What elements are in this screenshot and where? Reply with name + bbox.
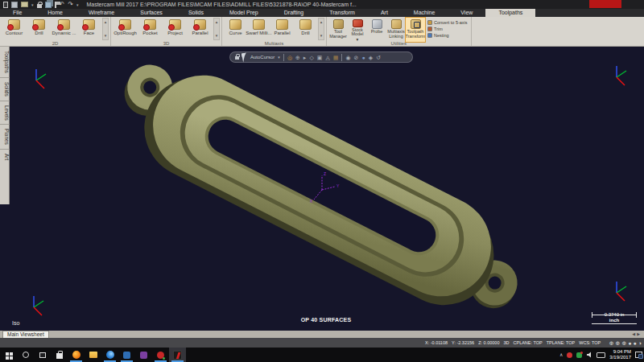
tab-wireframe[interactable]: Wireframe: [76, 9, 127, 17]
file-explorer-button[interactable]: [85, 348, 101, 362]
action-center-icon[interactable]: [635, 352, 642, 358]
viewsheet-right-icon[interactable]: ▶: [637, 331, 642, 336]
scroll-down-icon[interactable]: ▾: [105, 34, 107, 38]
unlock-icon[interactable]: [235, 56, 239, 60]
multiaxis-linking-button[interactable]: Multiaxis Linking: [386, 18, 406, 42]
blue-app-button[interactable]: [118, 348, 135, 362]
display-toggle-icon[interactable]: ●: [628, 340, 631, 346]
gnomon-toggle-icon[interactable]: ⊕: [621, 340, 626, 346]
tray-green-status-icon[interactable]: [576, 352, 582, 358]
trim-button[interactable]: Trim: [427, 27, 468, 31]
panel-tab-levels[interactable]: Levels: [0, 101, 10, 125]
origin-snap-icon[interactable]: ⊕: [295, 55, 300, 60]
quadrant-snap-icon[interactable]: ▣: [317, 55, 323, 60]
arc-center-icon[interactable]: ▸: [303, 55, 307, 60]
viewsheet-tab-main[interactable]: Main Viewsheet: [2, 331, 49, 338]
qat-customize-caret-icon[interactable]: ▾: [76, 2, 79, 8]
tool-manager-button[interactable]: Tool Manager: [328, 18, 348, 42]
window-selection-icon[interactable]: ●: [361, 55, 365, 60]
task-view-button[interactable]: [34, 348, 51, 362]
mask-selection-icon[interactable]: ⊘: [354, 55, 359, 60]
display-toggle-icon[interactable]: ●: [634, 340, 637, 346]
convert-to-5axis-button[interactable]: Convert to 5-axis: [427, 20, 468, 25]
toolpath-transform-button[interactable]: Toolpath Transform: [406, 18, 425, 42]
probe-button[interactable]: Probe: [367, 18, 386, 42]
blue-swirl-app-button[interactable]: [101, 348, 118, 362]
tab-toolpaths[interactable]: Toolpaths: [485, 9, 535, 17]
tab-home[interactable]: Home: [35, 9, 76, 17]
curve-button[interactable]: Curve: [224, 18, 247, 42]
tab-model-prep[interactable]: Model Prep: [217, 9, 271, 17]
parallel-multiaxis-button[interactable]: Parallel: [270, 18, 294, 42]
scroll-down-icon[interactable]: ▾: [320, 34, 323, 38]
autocursor-pointer-icon[interactable]: [242, 52, 248, 62]
pocket-button[interactable]: Pocket: [138, 18, 163, 42]
cplane-selector[interactable]: CPLANE: TOP: [514, 340, 543, 345]
tab-art[interactable]: Art: [368, 9, 401, 17]
gallery-scroll-multiaxis[interactable]: ▴▾: [318, 18, 324, 40]
save-all-icon[interactable]: [45, 2, 52, 8]
firefox-button[interactable]: [68, 348, 85, 362]
drill-button[interactable]: Drill: [27, 18, 52, 42]
panel-tab-art[interactable]: Art: [0, 150, 10, 164]
grid-snap-icon[interactable]: ▦: [333, 55, 339, 60]
tab-drafting[interactable]: Drafting: [271, 9, 317, 17]
gnomon-toggle-icon[interactable]: ⊕: [609, 340, 614, 346]
gnomon-toggle-icon[interactable]: ⊕: [616, 340, 621, 346]
stock-model-button[interactable]: Stock Model▾: [348, 18, 367, 42]
open-file-icon[interactable]: [21, 2, 28, 7]
viewsheet-scroll-arrows[interactable]: ◀▶: [632, 331, 642, 336]
undo-selection-icon[interactable]: ↺: [376, 55, 381, 60]
undo-icon[interactable]: ↶: [60, 2, 65, 8]
scroll-up-icon[interactable]: ▴: [216, 20, 218, 24]
volume-icon[interactable]: [586, 352, 592, 358]
tplane-selector[interactable]: TPLANE: TOP: [547, 340, 576, 345]
mode-2d3d-toggle[interactable]: 3D: [503, 340, 509, 345]
contour-button[interactable]: Contour: [2, 18, 27, 42]
new-file-icon[interactable]: [3, 2, 8, 8]
gallery-scroll-2d[interactable]: ▴▾: [102, 18, 109, 40]
mastercam-taskbar-button[interactable]: [169, 348, 186, 362]
project-button[interactable]: Project: [163, 18, 188, 42]
taskbar-clock[interactable]: 9:04 PM 3/19/2017: [609, 349, 631, 360]
endpoint-snap-icon[interactable]: ◇: [309, 55, 313, 60]
dynamic-mill-button[interactable]: Dynamic ...: [52, 18, 76, 42]
tab-transform[interactable]: Transform: [316, 9, 368, 17]
display-toggle-icon[interactable]: ◑: [638, 340, 642, 346]
redo-icon[interactable]: ↷: [68, 2, 73, 8]
tab-solids[interactable]: Solids: [175, 9, 217, 17]
panel-tab-toolpaths[interactable]: Toolpaths: [0, 47, 10, 78]
tab-surfaces[interactable]: Surfaces: [127, 9, 175, 17]
drill-multiaxis-button[interactable]: Drill: [294, 18, 317, 42]
swarf-milling-button[interactable]: Swarf Milli...: [247, 18, 270, 42]
polygon-selection-icon[interactable]: ◈: [369, 55, 373, 60]
cortana-button[interactable]: [17, 348, 34, 362]
autocursor-caret-icon[interactable]: ▾: [278, 55, 280, 60]
snap-settings-icon[interactable]: ◎: [287, 55, 292, 60]
tray-expand-icon[interactable]: ∧: [559, 352, 563, 357]
panel-tab-solids[interactable]: Solids: [0, 78, 10, 101]
gallery-scroll-3d[interactable]: ▴▾: [213, 18, 220, 40]
start-button[interactable]: [0, 348, 17, 362]
optirough-button[interactable]: OptiRough: [113, 18, 138, 42]
tab-view[interactable]: View: [448, 9, 485, 17]
face-button[interactable]: Face: [76, 18, 101, 42]
scroll-up-icon[interactable]: ▴: [105, 20, 107, 24]
scroll-up-icon[interactable]: ▴: [320, 20, 323, 24]
tab-file[interactable]: File: [0, 9, 35, 17]
tray-red-status-icon[interactable]: [567, 352, 572, 358]
store-button[interactable]: [51, 348, 68, 362]
wcs-selector[interactable]: WCS: TOP: [579, 340, 601, 345]
3d-viewport-canvas[interactable]: Z Y X: [10, 47, 644, 331]
open-dropdown-caret-icon[interactable]: ▾: [31, 2, 34, 8]
nesting-button[interactable]: Nesting: [427, 33, 468, 38]
tab-machine[interactable]: Machine: [401, 9, 448, 17]
save-icon[interactable]: [11, 2, 18, 8]
angle-snap-icon[interactable]: ◬: [325, 55, 329, 60]
selection-mode-icon[interactable]: ◉: [345, 55, 350, 60]
panel-tab-planes[interactable]: Planes: [0, 125, 10, 150]
red-app-button[interactable]: [152, 348, 169, 362]
parallel-button[interactable]: Parallel: [188, 18, 213, 42]
lock-icon[interactable]: [37, 4, 42, 8]
autocursor-label[interactable]: AutoCursor: [250, 55, 275, 60]
